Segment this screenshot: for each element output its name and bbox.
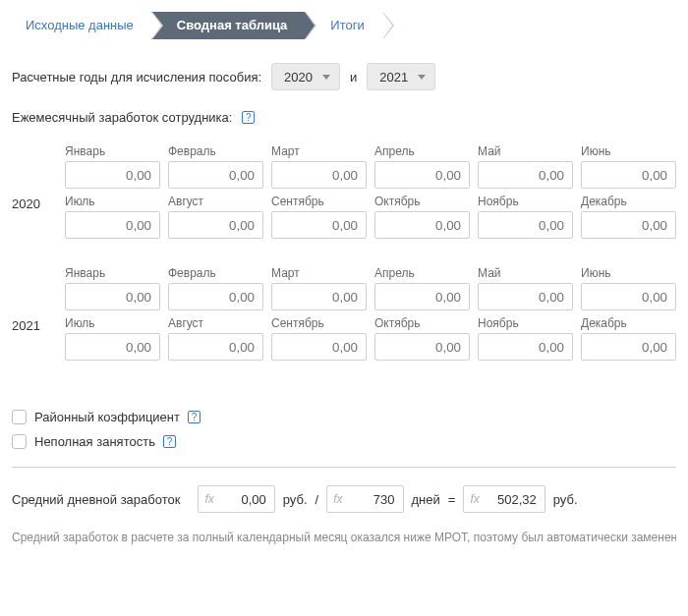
year1-value: 2020 [284, 70, 313, 84]
month-label: Июль [65, 316, 160, 330]
earnings-2020-feb[interactable] [168, 161, 263, 189]
earnings-2021-sep[interactable] [271, 333, 367, 361]
unit-rub: руб. [283, 492, 308, 507]
earnings-2020-sep[interactable] [271, 211, 367, 239]
monthly-earnings-header: Ежемесячный заработок сотрудника: ? [12, 110, 676, 125]
footnote: Средний заработок в расчете за полный ка… [12, 531, 676, 544]
year2-value: 2021 [379, 70, 408, 84]
earnings-2021-mar[interactable] [271, 283, 367, 310]
month-label: Декабрь [581, 316, 676, 330]
earnings-2021-apr[interactable] [374, 283, 470, 310]
monthly-earnings-label: Ежемесячный заработок сотрудника: [12, 110, 232, 125]
earnings-2020-apr[interactable] [374, 161, 470, 189]
month-label: Март [271, 144, 367, 158]
tab-summary[interactable]: Сводная таблица [151, 12, 305, 39]
month-label: Сентябрь [271, 316, 367, 330]
earnings-2021-jul[interactable] [65, 333, 160, 361]
help-icon[interactable]: ? [242, 111, 255, 124]
earnings-2020-mar[interactable] [271, 161, 367, 189]
month-label: Август [168, 195, 263, 208]
avg-daily-label: Средний дневной заработок [12, 492, 180, 507]
month-label: Апрель [374, 266, 470, 280]
month-label: Март [271, 266, 367, 280]
month-label: Январь [65, 266, 160, 280]
month-label: Октябрь [374, 195, 470, 208]
month-label: Апрель [374, 144, 470, 158]
earnings-2021-nov[interactable] [478, 333, 573, 361]
month-label: Январь [65, 144, 160, 158]
year-label-2021: 2021 [12, 301, 51, 333]
earnings-2021-may[interactable] [478, 283, 573, 310]
divider [12, 467, 676, 468]
part-time-label: Неполная занятость [34, 434, 155, 449]
earnings-2020-jun[interactable] [581, 161, 676, 189]
month-label: Ноябрь [478, 195, 573, 208]
year-label-2020: 2020 [12, 179, 51, 211]
avg-daily-row: Средний дневной заработок fx руб. / fx д… [12, 485, 676, 513]
earnings-2021-jun[interactable] [581, 283, 676, 310]
regional-coef-label: Районный коэффициент [34, 410, 180, 424]
year2-select[interactable]: 2021 [367, 63, 435, 90]
earnings-2020-jul[interactable] [65, 211, 160, 239]
earnings-2021-oct[interactable] [374, 333, 470, 361]
footnote-text: Средний заработок в расчете за полный ка… [12, 531, 676, 544]
calc-years-label: Расчетные годы для исчисления пособия: [12, 70, 261, 84]
earnings-2020-aug[interactable] [168, 211, 263, 239]
earnings-2020-dec[interactable] [581, 211, 676, 239]
month-label: Сентябрь [271, 195, 367, 208]
month-label: Февраль [168, 144, 263, 158]
part-time-row: Неполная занятость ? [12, 434, 676, 449]
earnings-2020-oct[interactable] [374, 211, 470, 239]
month-label: Май [478, 266, 573, 280]
month-label: Июнь [581, 144, 676, 158]
fx-icon: fx [464, 492, 485, 506]
month-label: Август [168, 316, 263, 330]
total-earn-input[interactable]: fx [198, 485, 274, 513]
earnings-2021-aug[interactable] [168, 333, 263, 361]
years-and: и [350, 70, 357, 84]
earnings-2020-nov[interactable] [478, 211, 573, 239]
fx-icon: fx [199, 492, 219, 506]
earnings-2021: 2021 Январь Февраль Март Апрель Май Июнь… [12, 266, 676, 366]
calc-years-row: Расчетные годы для исчисления пособия: 2… [12, 63, 676, 90]
result-input[interactable]: fx [463, 485, 545, 513]
month-label: Ноябрь [478, 316, 573, 330]
month-label: Февраль [168, 266, 263, 280]
tab-source[interactable]: Исходные данные [12, 12, 151, 39]
earnings-2021-dec[interactable] [581, 333, 676, 361]
month-label: Июнь [581, 266, 676, 280]
part-time-checkbox[interactable] [12, 434, 27, 449]
help-icon[interactable]: ? [163, 435, 176, 448]
month-label: Май [478, 144, 573, 158]
result-value[interactable] [486, 486, 545, 512]
year1-select[interactable]: 2020 [271, 63, 340, 90]
month-label: Октябрь [374, 316, 470, 330]
chevron-down-icon [322, 75, 330, 80]
unit-rub-result: руб. [553, 492, 578, 507]
earnings-2020: 2020 Январь Февраль Март Апрель Май Июнь… [12, 144, 676, 245]
equals: = [448, 492, 456, 507]
days-value[interactable] [349, 486, 403, 512]
unit-days: дней [412, 492, 440, 507]
month-label: Июль [65, 195, 160, 208]
fx-icon: fx [327, 492, 348, 506]
earnings-2021-feb[interactable] [168, 283, 263, 310]
tabs: Исходные данные Сводная таблица Итоги [12, 12, 676, 39]
slash: / [315, 492, 319, 507]
regional-coef-row: Районный коэффициент ? [12, 410, 676, 424]
chevron-down-icon [418, 75, 426, 80]
month-label: Декабрь [581, 195, 676, 208]
earnings-2020-may[interactable] [478, 161, 573, 189]
earnings-2020-jan[interactable] [65, 161, 160, 189]
days-input[interactable]: fx [326, 485, 403, 513]
earnings-2021-jan[interactable] [65, 283, 160, 310]
regional-coef-checkbox[interactable] [12, 410, 27, 424]
help-icon[interactable]: ? [188, 411, 201, 423]
total-earn-value[interactable] [220, 486, 274, 512]
